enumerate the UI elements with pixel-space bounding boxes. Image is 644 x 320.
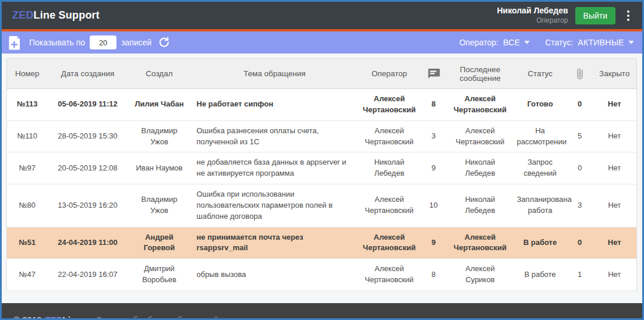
table-row[interactable]: №80 13-05-2019 16:20 Владимир Ужов Ошибк… xyxy=(7,184,637,227)
paperclip-icon xyxy=(571,67,589,81)
ticket-operator: Алексей Чертановский xyxy=(359,184,420,227)
records-label: записей xyxy=(121,38,151,47)
footer-tagline: Сервис обработки обращений xyxy=(95,315,218,320)
ticket-author: Владимир Ужов xyxy=(128,184,191,227)
operator-filter-dropdown[interactable]: Оператор: ВСЕ xyxy=(459,38,530,47)
ticket-messages: 8 xyxy=(420,259,447,291)
ticket-created: 13-05-2019 16:20 xyxy=(48,184,128,227)
ticket-status: Запланирована работа xyxy=(514,184,567,227)
ticket-number[interactable]: №110 xyxy=(7,120,48,152)
ticket-messages: 8 xyxy=(420,89,447,121)
ticket-author: Владимир Ужов xyxy=(128,120,191,152)
refresh-icon xyxy=(158,36,170,49)
ticket-created: 24-04-2019 11:00 xyxy=(48,227,128,259)
ticket-messages: 9 xyxy=(420,227,447,259)
col-number: Номер xyxy=(7,59,48,89)
tickets-table: Номер Дата создания Создал Тема обращени… xyxy=(6,58,637,291)
ticket-operator: Николай Лебедев xyxy=(359,152,420,184)
status-filter-label: Статус: xyxy=(545,38,573,47)
message-count-icon xyxy=(424,68,444,79)
app-header: ZEDLine Support Николай Лебедев Оператор… xyxy=(2,2,642,29)
table-row[interactable]: №47 22-04-2019 16:07 Дмитрий Воробьев об… xyxy=(7,259,637,291)
app-footer: © 2019 ZEDLine Сервис обработки обращени… xyxy=(2,303,642,320)
ticket-operator: Алексей Чертановский xyxy=(359,227,420,259)
ticket-closed: Нет xyxy=(593,89,637,121)
ticket-status: В работе xyxy=(514,227,567,259)
ticket-author: Андрей Горевой xyxy=(128,227,191,259)
ticket-status: На рассмотрении xyxy=(514,120,567,152)
col-closed: Закрыто xyxy=(593,59,637,89)
col-attachments xyxy=(567,59,593,89)
ticket-operator: Алексей Чертановский xyxy=(359,120,420,152)
operator-filter-value: ВСЕ xyxy=(503,38,520,47)
ticket-messages: 9 xyxy=(420,152,447,184)
col-subject: Тема обращения xyxy=(191,59,359,89)
ticket-attachments: 0 xyxy=(567,89,593,121)
brand-rest: Line Support xyxy=(34,9,100,21)
toolbar-left: Показывать по записей xyxy=(8,34,171,51)
kebab-menu-icon[interactable] xyxy=(622,8,634,23)
show-per-label: Показывать по xyxy=(29,38,85,47)
toolbar: Показывать по записей Оператор: ВСЕ Стат… xyxy=(2,31,642,54)
ticket-author: Лилия Чабан xyxy=(128,89,191,121)
ticket-attachments: 0 xyxy=(567,227,593,259)
col-operator: Оператор xyxy=(359,59,420,89)
ticket-number[interactable]: №80 xyxy=(7,184,48,227)
table-row-highlighted[interactable]: №51 24-04-2019 11:00 Андрей Горевой не п… xyxy=(7,227,637,259)
ticket-closed: Нет xyxy=(593,184,637,227)
copyright: © 2019 xyxy=(13,315,42,320)
logout-button[interactable]: Выйти xyxy=(575,7,615,24)
ticket-author: Иван Наумов xyxy=(128,152,191,184)
table-row[interactable]: №113 05-06-2019 11:12 Лилия Чабан Не раб… xyxy=(7,89,637,121)
ticket-subject: Ошибка при использовании пользовательски… xyxy=(191,184,359,227)
ticket-attachments: 5 xyxy=(567,120,593,152)
app-logo[interactable]: ZEDLine Support xyxy=(12,9,100,22)
ticket-number[interactable]: №47 xyxy=(7,259,48,291)
ticket-operator: Алексей Чертановский xyxy=(359,89,420,121)
ticket-subject: Ошибка разнесения оплаты счета, полученн… xyxy=(191,120,359,152)
ticket-subject: Не работает сипфон xyxy=(191,89,359,121)
ticket-attachments: 3 xyxy=(567,184,593,227)
col-messages xyxy=(420,59,447,89)
operator-filter-label: Оператор: xyxy=(459,38,498,47)
ticket-closed: Нет xyxy=(593,259,637,291)
ticket-number[interactable]: №113 xyxy=(7,89,48,121)
user-area: Николай Лебедев Оператор Выйти xyxy=(497,6,634,25)
ticket-subject: не принимается почта через rsappsrv_mail xyxy=(191,227,359,259)
status-filter-dropdown[interactable]: Статус: АКТИВНЫЕ xyxy=(545,38,634,47)
status-filter-value: АКТИВНЫЕ xyxy=(578,38,624,47)
ticket-closed: Нет xyxy=(593,152,637,184)
ticket-number[interactable]: №51 xyxy=(7,227,48,259)
ticket-created: 20-05-2019 12:08 xyxy=(48,152,128,184)
ticket-last-message: Алексей Суриков xyxy=(447,259,514,291)
add-document-icon xyxy=(9,35,21,50)
ticket-last-message: Николай Лебедев xyxy=(447,152,514,184)
ticket-last-message: Николай Лебедев xyxy=(447,184,514,227)
ticket-created: 22-04-2019 16:07 xyxy=(48,259,128,291)
add-ticket-button[interactable] xyxy=(8,34,22,51)
table-header-row: Номер Дата создания Создал Тема обращени… xyxy=(7,59,637,89)
chevron-down-icon xyxy=(628,41,634,44)
ticket-created: 05-06-2019 11:12 xyxy=(48,89,128,121)
col-created: Дата создания xyxy=(48,59,128,89)
ticket-closed: Нет xyxy=(593,227,637,259)
table-row[interactable]: №97 20-05-2019 12:08 Иван Наумов не доба… xyxy=(7,152,637,184)
table-row[interactable]: №110 28-05-2019 15:30 Владимир Ужов Ошиб… xyxy=(7,120,637,152)
col-last-message: Последнее сообщение xyxy=(447,59,514,89)
ticket-messages: 3 xyxy=(420,120,447,152)
ticket-subject: не добавляется база данных в appserver и… xyxy=(191,152,359,184)
ticket-attachments: 0 xyxy=(567,152,593,184)
ticket-created: 28-05-2019 15:30 xyxy=(48,120,128,152)
ticket-closed: Нет xyxy=(593,120,637,152)
ticket-number[interactable]: №97 xyxy=(7,152,48,184)
brand-zed: ZED xyxy=(12,9,34,21)
ticket-last-message: Алексей Чертановский xyxy=(447,120,514,152)
ticket-last-message: Алексей Чертановский xyxy=(447,227,514,259)
ticket-subject: обрыв вызова xyxy=(191,259,359,291)
ticket-attachments: 1 xyxy=(567,259,593,291)
per-page-input[interactable] xyxy=(90,35,116,49)
footer-logo: ZEDLine xyxy=(45,315,81,320)
user-name: Николай Лебедев xyxy=(497,6,568,16)
ticket-status: Запрос сведений xyxy=(514,152,567,184)
refresh-button[interactable] xyxy=(157,35,171,51)
